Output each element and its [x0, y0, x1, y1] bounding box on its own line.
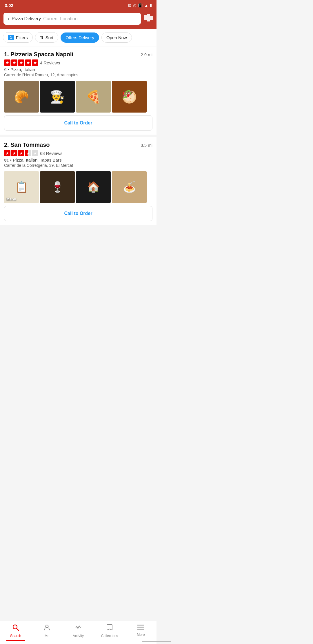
restaurant-meta-2: €€ • Pizza, Italian, Tapas Bars	[4, 158, 152, 162]
photo-1-1[interactable]: 🥐	[4, 81, 39, 113]
status-time: 3:02	[5, 3, 13, 8]
map-view-icon[interactable]	[144, 14, 153, 23]
restaurant-address-2: Carrer de la Corretgeria, 39, El Mercat	[4, 163, 152, 168]
search-query: Pizza Delivery	[12, 16, 41, 21]
photo-strip-2: 📋 Menu 🍷 🏠 🍝	[4, 171, 152, 203]
star2-2: ★	[11, 150, 17, 156]
call-to-order-button-2[interactable]: Call to Order	[4, 206, 152, 221]
svg-rect-1	[147, 14, 150, 21]
star-1: ★	[4, 59, 10, 66]
restaurant-header-1: 1. Pizzeria Spacca Napoli 2.9 mi	[4, 51, 152, 58]
filters-button[interactable]: 1 Filters	[3, 32, 33, 43]
photo-2-1[interactable]: 📋 Menu	[4, 171, 39, 203]
offers-delivery-label: Offers Delivery	[65, 35, 94, 40]
photo-2-4[interactable]: 🍝	[112, 171, 147, 203]
photo-strip-1: 🥐 👨‍🍳 🍕 🥙	[4, 81, 152, 113]
signal-icon: ▲	[144, 3, 148, 8]
star-5: ★	[32, 59, 38, 66]
stars-2: ★ ★ ★ ★ ★	[4, 150, 38, 156]
call-to-order-wrap-1: Call to Order	[4, 113, 152, 135]
star2-1: ★	[4, 150, 10, 156]
review-count-2: 68 Reviews	[40, 151, 63, 156]
vibrate-icon: 📳	[138, 3, 143, 8]
star2-3: ★	[18, 150, 24, 156]
offers-delivery-button[interactable]: Offers Delivery	[61, 32, 99, 43]
search-location: Current Location	[43, 16, 77, 21]
search-bar[interactable]: ‹ Pizza Delivery Current Location	[3, 13, 141, 25]
restaurant-card-2: 2. San Tommaso 3.5 mi ★ ★ ★ ★ ★ 68 Revie…	[0, 137, 156, 225]
filters-label: Filters	[16, 35, 28, 40]
star2-4: ★	[25, 150, 31, 156]
stars-row-1: ★ ★ ★ ★ ★ 4 Reviews	[4, 59, 152, 66]
call-to-order-button-1[interactable]: Call to Order	[4, 115, 152, 131]
camera-icon: ⊡	[128, 3, 131, 8]
star2-5: ★	[32, 150, 38, 156]
restaurant-distance-2: 3.5 mi	[141, 143, 152, 148]
star-3: ★	[18, 59, 24, 66]
photo-1-3[interactable]: 🍕	[76, 81, 111, 113]
status-icons: ⊡ ◎ 📳 ▲ ▮	[128, 3, 152, 8]
svg-rect-2	[150, 16, 153, 20]
restaurant-name-2: 2. San Tommaso	[4, 142, 50, 148]
back-icon[interactable]: ‹	[8, 16, 9, 22]
menu-label: Menu	[6, 197, 16, 201]
restaurant-distance-1: 2.9 mi	[141, 52, 152, 57]
restaurant-header-2: 2. San Tommaso 3.5 mi	[4, 142, 152, 148]
filters-badge: 1	[8, 35, 14, 40]
photo-1-2[interactable]: 👨‍🍳	[40, 81, 75, 113]
sort-button[interactable]: ⇅ Sort	[35, 32, 59, 43]
filters-row: 1 Filters ⇅ Sort Offers Delivery Open No…	[0, 29, 156, 46]
status-bar: 3:02 ⊡ ◎ 📳 ▲ ▮	[0, 0, 156, 10]
sort-label: Sort	[46, 35, 54, 40]
call-to-order-wrap-2: Call to Order	[4, 203, 152, 225]
restaurant-name-1: 1. Pizzeria Spacca Napoli	[4, 51, 73, 58]
sort-icon: ⇅	[40, 35, 44, 40]
photo-1-4[interactable]: 🥙	[112, 81, 147, 113]
circle-icon: ◎	[133, 3, 136, 8]
restaurant-address-1: Carrer de l'Heroi Romeu, 12, Arrancapins	[4, 73, 152, 77]
open-now-button[interactable]: Open Now	[101, 32, 132, 43]
stars-1: ★ ★ ★ ★ ★	[4, 59, 38, 66]
star-2: ★	[11, 59, 17, 66]
header: ‹ Pizza Delivery Current Location	[0, 10, 156, 29]
battery-icon: ▮	[150, 3, 152, 8]
svg-rect-0	[144, 15, 147, 20]
restaurant-card-1: 1. Pizzeria Spacca Napoli 2.9 mi ★ ★ ★ ★…	[0, 46, 156, 135]
photo-2-3[interactable]: 🏠	[76, 171, 111, 203]
restaurant-meta-1: € • Pizza, Italian	[4, 67, 152, 72]
open-now-label: Open Now	[106, 35, 127, 40]
review-count-1: 4 Reviews	[40, 60, 60, 65]
star-4: ★	[25, 59, 31, 66]
stars-row-2: ★ ★ ★ ★ ★ 68 Reviews	[4, 150, 152, 156]
results-list: 1. Pizzeria Spacca Napoli 2.9 mi ★ ★ ★ ★…	[0, 46, 156, 254]
photo-2-2[interactable]: 🍷	[40, 171, 75, 203]
